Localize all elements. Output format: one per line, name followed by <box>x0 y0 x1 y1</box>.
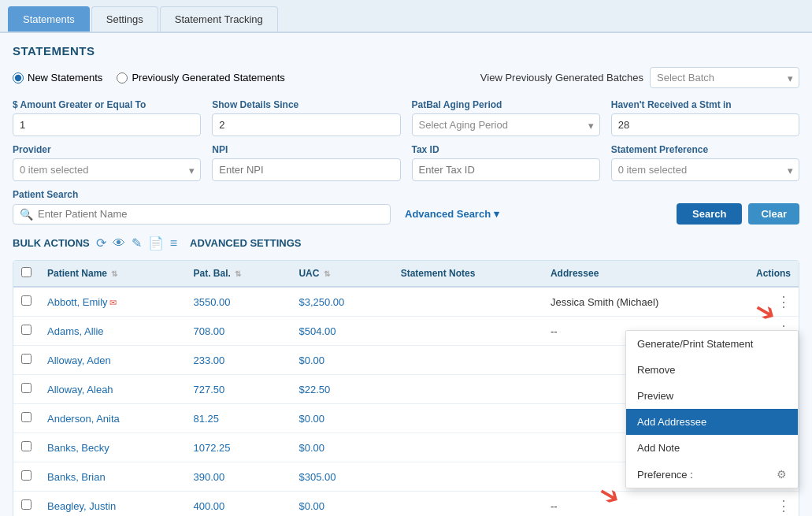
filter-havent-received: Haven't Received a Stmt in <box>611 99 799 136</box>
uac-cell: $0.00 <box>291 492 392 517</box>
addressee-cell: Jessica Smith (Michael) <box>543 287 748 317</box>
batch-select[interactable]: Select Batch <box>650 67 799 88</box>
patient-name-cell: Beagley, Justin <box>39 492 186 517</box>
table-row: Beagley, Justin 400.00 $0.00 -- ⋮ <box>13 492 799 517</box>
actions-cell: ⋮ <box>748 287 799 317</box>
menu-item-remove[interactable]: Remove <box>626 357 798 383</box>
patient-name-link[interactable]: Alloway, Aden <box>47 355 111 366</box>
document-icon[interactable]: 📄 <box>148 236 164 251</box>
clear-button[interactable]: Clear <box>748 203 799 225</box>
section-title: STATEMENTS <box>13 44 799 58</box>
patient-name-link[interactable]: Abbott, Emily <box>47 296 108 308</box>
gear-icon: ⚙ <box>777 468 787 481</box>
patient-search-label: Patient Search <box>13 189 799 200</box>
patient-name-link[interactable]: Anderson, Anita <box>47 413 120 425</box>
menu-item-add-addressee[interactable]: Add Addressee <box>626 409 798 435</box>
menu-item-preview[interactable]: Preview <box>626 383 798 409</box>
patient-name-link[interactable]: Alloway, Aleah <box>47 384 113 395</box>
eye-icon[interactable]: 👁 <box>113 236 125 251</box>
patient-search-row: 🔍 Advanced Search ▾ Search Clear <box>13 203 799 225</box>
bulk-actions-row: BULK ACTIONS ⟳ 👁 ✎ 📄 ≡ ADVANCED SETTINGS <box>13 232 799 254</box>
patient-search-input[interactable] <box>38 208 384 220</box>
pat-bal-cell: 233.00 <box>186 346 291 375</box>
actions-menu-trigger[interactable]: ⋮ <box>777 294 791 310</box>
pat-bal-cell: 400.00 <box>186 492 291 517</box>
advanced-settings-label: ADVANCED SETTINGS <box>190 237 301 249</box>
patbal-select[interactable]: Select Aging Period <box>412 113 600 136</box>
statement-notes-cell <box>393 317 543 346</box>
refresh-icon[interactable]: ⟳ <box>96 236 106 251</box>
pat-bal-cell: 390.00 <box>186 462 291 492</box>
show-details-label: Show Details Since <box>212 99 400 110</box>
menu-item-add-note[interactable]: Add Note <box>626 435 798 461</box>
tab-statement-tracking[interactable]: Statement Tracking <box>160 6 278 32</box>
filter-stmt-pref: Statement Preference 0 item selected <box>611 144 799 181</box>
pat-bal-cell: 81.25 <box>186 404 291 433</box>
advanced-search-button[interactable]: Advanced Search ▾ <box>397 204 507 224</box>
select-all-checkbox[interactable] <box>21 267 32 277</box>
havent-received-input[interactable] <box>611 113 799 136</box>
batch-select-wrapper: Select Batch <box>650 67 799 88</box>
actions-cell: ⋮ <box>748 492 799 517</box>
provider-label: Provider <box>13 144 201 155</box>
stmt-pref-select[interactable]: 0 item selected <box>611 158 799 181</box>
edit-icon[interactable]: ✎ <box>132 236 142 251</box>
radio-batch-row: New Statements Previously Generated Stat… <box>13 67 799 88</box>
th-pat-bal[interactable]: Pat. Bal. ⇅ <box>186 261 291 287</box>
patient-name-link[interactable]: Beagley, Justin <box>47 500 116 512</box>
th-uac[interactable]: UAC ⇅ <box>291 261 392 287</box>
tab-bar: Statements Settings Statement Tracking <box>0 0 812 33</box>
stmt-pref-select-wrapper: 0 item selected <box>611 158 799 181</box>
menu-item-generate[interactable]: Generate/Print Statement <box>626 331 798 357</box>
pat-bal-cell: 727.50 <box>186 375 291 404</box>
row-checkbox-cell <box>13 375 39 404</box>
th-patient-name[interactable]: Patient Name ⇅ <box>39 261 186 287</box>
uac-cell: $3,250.00 <box>291 287 392 317</box>
row-checkbox-cell <box>13 346 39 375</box>
menu-item-preference[interactable]: Preference : ⚙ <box>626 461 798 488</box>
radio-prev-statements[interactable]: Previously Generated Statements <box>117 72 284 84</box>
pat-bal-cell: 1072.25 <box>186 433 291 462</box>
radio-new-statements[interactable]: New Statements <box>13 72 102 84</box>
main-content: STATEMENTS New Statements Previously Gen… <box>0 33 812 516</box>
havent-received-label: Haven't Received a Stmt in <box>611 99 799 110</box>
patient-name-cell: Anderson, Anita <box>39 404 186 433</box>
settings-icon[interactable]: ≡ <box>170 236 177 251</box>
actions-menu-trigger[interactable]: ⋮ <box>777 498 791 514</box>
row-checkbox[interactable] <box>21 412 32 422</box>
npi-input[interactable] <box>212 158 400 181</box>
row-checkbox[interactable] <box>21 499 32 510</box>
row-checkbox[interactable] <box>21 295 32 306</box>
amount-input[interactable] <box>13 113 201 136</box>
uac-cell: $504.00 <box>291 317 392 346</box>
addressee-cell: -- <box>543 492 748 517</box>
batch-group: View Previously Generated Batches Select… <box>480 67 799 88</box>
batch-label: View Previously Generated Batches <box>480 72 643 84</box>
row-checkbox[interactable] <box>21 354 32 364</box>
patient-name-link[interactable]: Adams, Allie <box>47 325 104 337</box>
row-checkbox[interactable] <box>21 383 32 393</box>
preference-label: Preference : <box>637 469 693 481</box>
filter-grid: $ Amount Greater or Equal To Show Detail… <box>13 99 799 181</box>
statement-notes-cell <box>393 375 543 404</box>
chevron-down-icon: ▾ <box>494 208 499 220</box>
uac-cell: $305.00 <box>291 462 392 492</box>
row-checkbox-cell <box>13 404 39 433</box>
bulk-actions-label: BULK ACTIONS <box>13 237 90 249</box>
patient-name-link[interactable]: Banks, Becky <box>47 442 109 454</box>
tax-id-input[interactable] <box>412 158 600 181</box>
patient-name-link[interactable]: Banks, Brian <box>47 471 106 483</box>
uac-cell: $22.50 <box>291 375 392 404</box>
tab-statements[interactable]: Statements <box>8 6 90 32</box>
row-checkbox[interactable] <box>21 325 32 335</box>
search-button[interactable]: Search <box>677 203 742 225</box>
row-checkbox[interactable] <box>21 441 32 451</box>
patient-name-cell: Banks, Becky <box>39 433 186 462</box>
provider-select[interactable]: 0 item selected <box>13 158 201 181</box>
row-checkbox[interactable] <box>21 470 32 481</box>
patient-name-cell: Banks, Brian <box>39 462 186 492</box>
tab-settings[interactable]: Settings <box>91 6 158 32</box>
show-details-input[interactable] <box>212 113 400 136</box>
uac-cell: $0.00 <box>291 346 392 375</box>
filter-amount: $ Amount Greater or Equal To <box>13 99 201 136</box>
